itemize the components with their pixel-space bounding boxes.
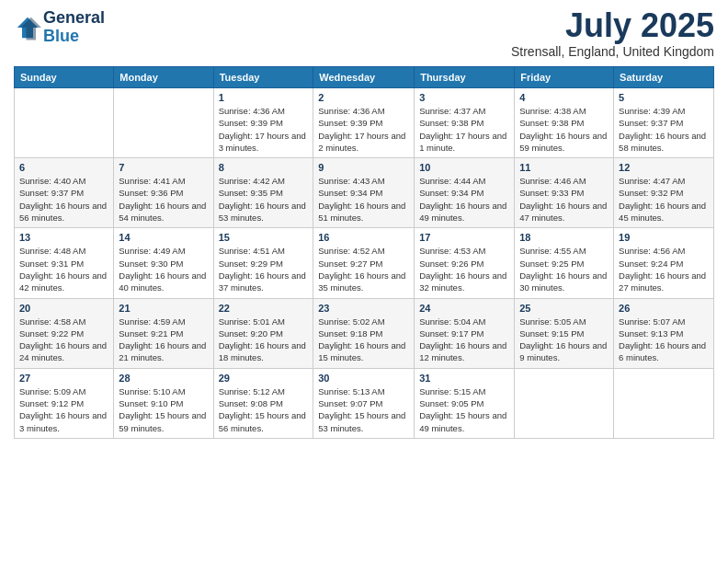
- logo: General Blue: [14, 9, 105, 46]
- calendar-cell: 14Sunrise: 4:49 AM Sunset: 9:30 PM Dayli…: [114, 228, 213, 298]
- day-info: Sunrise: 4:37 AM Sunset: 9:38 PM Dayligh…: [419, 105, 509, 154]
- day-number: 23: [318, 303, 409, 314]
- calendar-cell: [114, 88, 213, 158]
- day-info: Sunrise: 4:42 AM Sunset: 9:35 PM Dayligh…: [219, 175, 309, 224]
- day-info: Sunrise: 5:15 AM Sunset: 9:05 PM Dayligh…: [419, 385, 509, 434]
- day-number: 6: [19, 162, 108, 173]
- day-header-wednesday: Wednesday: [313, 67, 415, 88]
- calendar-cell: 10Sunrise: 4:44 AM Sunset: 9:34 PM Dayli…: [415, 158, 515, 228]
- calendar-cell: 13Sunrise: 4:48 AM Sunset: 9:31 PM Dayli…: [15, 228, 114, 298]
- day-info: Sunrise: 5:12 AM Sunset: 9:08 PM Dayligh…: [219, 385, 309, 434]
- day-info: Sunrise: 4:58 AM Sunset: 9:22 PM Dayligh…: [19, 316, 108, 364]
- day-info: Sunrise: 5:05 AM Sunset: 9:15 PM Dayligh…: [519, 316, 609, 364]
- day-info: Sunrise: 4:43 AM Sunset: 9:34 PM Dayligh…: [318, 175, 409, 224]
- calendar-cell: 31Sunrise: 5:15 AM Sunset: 9:05 PM Dayli…: [415, 368, 515, 438]
- calendar-cell: 8Sunrise: 4:42 AM Sunset: 9:35 PM Daylig…: [213, 158, 313, 228]
- calendar-cell: 18Sunrise: 4:55 AM Sunset: 9:25 PM Dayli…: [515, 228, 614, 298]
- day-number: 7: [119, 162, 208, 173]
- day-number: 22: [219, 303, 309, 314]
- day-info: Sunrise: 5:04 AM Sunset: 9:17 PM Dayligh…: [419, 316, 509, 364]
- day-header-saturday: Saturday: [614, 67, 714, 88]
- calendar-cell: [15, 88, 114, 158]
- calendar-cell: 25Sunrise: 5:05 AM Sunset: 9:15 PM Dayli…: [515, 298, 614, 368]
- calendar-cell: 15Sunrise: 4:51 AM Sunset: 9:29 PM Dayli…: [213, 228, 313, 298]
- week-row-1: 1Sunrise: 4:36 AM Sunset: 9:39 PM Daylig…: [15, 88, 714, 158]
- week-row-4: 20Sunrise: 4:58 AM Sunset: 9:22 PM Dayli…: [15, 298, 714, 368]
- day-header-thursday: Thursday: [415, 67, 515, 88]
- day-info: Sunrise: 4:52 AM Sunset: 9:27 PM Dayligh…: [318, 245, 409, 293]
- day-info: Sunrise: 5:02 AM Sunset: 9:18 PM Dayligh…: [318, 316, 409, 364]
- day-number: 28: [119, 373, 208, 384]
- day-info: Sunrise: 4:59 AM Sunset: 9:21 PM Dayligh…: [119, 316, 208, 364]
- day-info: Sunrise: 4:38 AM Sunset: 9:38 PM Dayligh…: [519, 105, 609, 154]
- day-info: Sunrise: 4:44 AM Sunset: 9:34 PM Dayligh…: [419, 175, 509, 224]
- day-info: Sunrise: 4:51 AM Sunset: 9:29 PM Dayligh…: [219, 245, 309, 293]
- day-header-sunday: Sunday: [15, 67, 114, 88]
- calendar-cell: [614, 368, 714, 438]
- day-number: 1: [219, 92, 309, 103]
- calendar-cell: 27Sunrise: 5:09 AM Sunset: 9:12 PM Dayli…: [15, 368, 114, 438]
- calendar-cell: 2Sunrise: 4:36 AM Sunset: 9:39 PM Daylig…: [313, 88, 415, 158]
- day-number: 15: [219, 232, 309, 243]
- day-info: Sunrise: 4:39 AM Sunset: 9:37 PM Dayligh…: [619, 105, 709, 154]
- day-number: 31: [419, 373, 509, 384]
- day-number: 16: [318, 232, 409, 243]
- day-info: Sunrise: 4:36 AM Sunset: 9:39 PM Dayligh…: [219, 105, 309, 154]
- day-info: Sunrise: 4:48 AM Sunset: 9:31 PM Dayligh…: [19, 245, 108, 293]
- day-header-monday: Monday: [114, 67, 213, 88]
- month-title: July 2025: [511, 9, 714, 42]
- day-number: 12: [619, 162, 709, 173]
- calendar-cell: 3Sunrise: 4:37 AM Sunset: 9:38 PM Daylig…: [415, 88, 515, 158]
- calendar: SundayMondayTuesdayWednesdayThursdayFrid…: [14, 66, 714, 439]
- calendar-cell: 19Sunrise: 4:56 AM Sunset: 9:24 PM Dayli…: [614, 228, 714, 298]
- day-number: 29: [219, 373, 309, 384]
- calendar-cell: 22Sunrise: 5:01 AM Sunset: 9:20 PM Dayli…: [213, 298, 313, 368]
- day-number: 2: [318, 92, 409, 103]
- day-number: 10: [419, 162, 509, 173]
- day-number: 21: [119, 303, 208, 314]
- day-info: Sunrise: 5:07 AM Sunset: 9:13 PM Dayligh…: [619, 316, 709, 364]
- day-info: Sunrise: 4:56 AM Sunset: 9:24 PM Dayligh…: [619, 245, 709, 293]
- day-number: 25: [519, 303, 609, 314]
- location: Strensall, England, United Kingdom: [511, 44, 714, 59]
- day-info: Sunrise: 5:01 AM Sunset: 9:20 PM Dayligh…: [219, 316, 309, 364]
- calendar-cell: 26Sunrise: 5:07 AM Sunset: 9:13 PM Dayli…: [614, 298, 714, 368]
- calendar-cell: 7Sunrise: 4:41 AM Sunset: 9:36 PM Daylig…: [114, 158, 213, 228]
- calendar-cell: 6Sunrise: 4:40 AM Sunset: 9:37 PM Daylig…: [15, 158, 114, 228]
- week-row-5: 27Sunrise: 5:09 AM Sunset: 9:12 PM Dayli…: [15, 368, 714, 438]
- day-number: 3: [419, 92, 509, 103]
- calendar-cell: 16Sunrise: 4:52 AM Sunset: 9:27 PM Dayli…: [313, 228, 415, 298]
- calendar-cell: 5Sunrise: 4:39 AM Sunset: 9:37 PM Daylig…: [614, 88, 714, 158]
- calendar-cell: [515, 368, 614, 438]
- title-block: July 2025 Strensall, England, United Kin…: [511, 9, 714, 59]
- calendar-cell: 28Sunrise: 5:10 AM Sunset: 9:10 PM Dayli…: [114, 368, 213, 438]
- calendar-cell: 11Sunrise: 4:46 AM Sunset: 9:33 PM Dayli…: [515, 158, 614, 228]
- calendar-cell: 24Sunrise: 5:04 AM Sunset: 9:17 PM Dayli…: [415, 298, 515, 368]
- header: General Blue July 2025 Strensall, Englan…: [14, 9, 714, 59]
- day-info: Sunrise: 4:36 AM Sunset: 9:39 PM Dayligh…: [318, 105, 409, 154]
- day-number: 24: [419, 303, 509, 314]
- day-number: 11: [519, 162, 609, 173]
- day-info: Sunrise: 4:46 AM Sunset: 9:33 PM Dayligh…: [519, 175, 609, 224]
- day-info: Sunrise: 4:47 AM Sunset: 9:32 PM Dayligh…: [619, 175, 709, 224]
- day-info: Sunrise: 4:41 AM Sunset: 9:36 PM Dayligh…: [119, 175, 208, 224]
- day-number: 30: [318, 373, 409, 384]
- day-number: 13: [19, 232, 108, 243]
- day-number: 9: [318, 162, 409, 173]
- day-number: 27: [19, 373, 108, 384]
- day-number: 17: [419, 232, 509, 243]
- day-header-friday: Friday: [515, 67, 614, 88]
- calendar-cell: 30Sunrise: 5:13 AM Sunset: 9:07 PM Dayli…: [313, 368, 415, 438]
- day-info: Sunrise: 4:55 AM Sunset: 9:25 PM Dayligh…: [519, 245, 609, 293]
- calendar-cell: 29Sunrise: 5:12 AM Sunset: 9:08 PM Dayli…: [213, 368, 313, 438]
- day-info: Sunrise: 4:49 AM Sunset: 9:30 PM Dayligh…: [119, 245, 208, 293]
- calendar-cell: 17Sunrise: 4:53 AM Sunset: 9:26 PM Dayli…: [415, 228, 515, 298]
- calendar-cell: 4Sunrise: 4:38 AM Sunset: 9:38 PM Daylig…: [515, 88, 614, 158]
- day-number: 18: [519, 232, 609, 243]
- calendar-cell: 1Sunrise: 4:36 AM Sunset: 9:39 PM Daylig…: [213, 88, 313, 158]
- calendar-cell: 21Sunrise: 4:59 AM Sunset: 9:21 PM Dayli…: [114, 298, 213, 368]
- calendar-cell: 12Sunrise: 4:47 AM Sunset: 9:32 PM Dayli…: [614, 158, 714, 228]
- day-header-tuesday: Tuesday: [213, 67, 313, 88]
- logo-icon: [14, 14, 41, 41]
- day-info: Sunrise: 5:10 AM Sunset: 9:10 PM Dayligh…: [119, 385, 208, 434]
